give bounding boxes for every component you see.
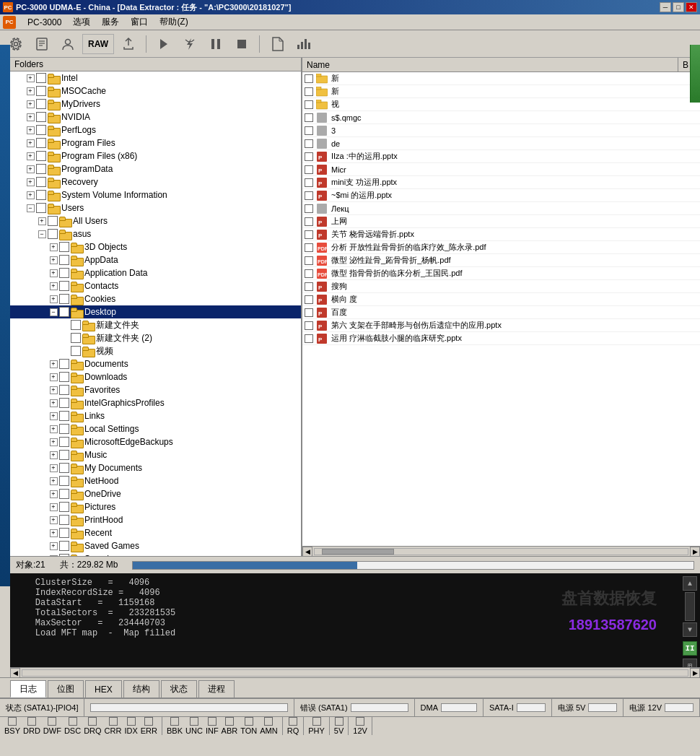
tree-checkbox[interactable] bbox=[36, 86, 46, 96]
tab-进程[interactable]: 进程 bbox=[198, 680, 235, 698]
tree-expander[interactable]: + bbox=[48, 436, 59, 448]
tree-item[interactable]: 视频 bbox=[10, 344, 301, 357]
tree-expander[interactable] bbox=[59, 345, 71, 357]
tree-item[interactable]: 新建文件夹 bbox=[10, 318, 301, 331]
tree-checkbox[interactable] bbox=[36, 164, 46, 174]
tree-item[interactable]: +Contacts bbox=[10, 279, 301, 292]
tree-checkbox[interactable] bbox=[71, 346, 81, 356]
h-scrollbar[interactable]: ◀ ▶ bbox=[302, 546, 700, 556]
file-row[interactable]: P搜狗 bbox=[302, 280, 700, 293]
file-row[interactable]: P横向 度 bbox=[302, 293, 700, 306]
tree-expander[interactable]: + bbox=[48, 553, 59, 556]
file-row[interactable]: 视 bbox=[302, 98, 700, 111]
tree-item[interactable]: +Intel bbox=[10, 71, 301, 84]
tree-expander[interactable]: − bbox=[48, 306, 59, 318]
tree-expander[interactable]: + bbox=[25, 72, 36, 84]
tree-expander[interactable]: + bbox=[48, 241, 59, 253]
tree-expander[interactable]: + bbox=[25, 111, 36, 123]
log-scroll-right[interactable]: ▶ bbox=[690, 668, 700, 678]
chart-button[interactable] bbox=[292, 33, 315, 55]
log-h-scrollbar[interactable]: ◀ ▶ bbox=[10, 667, 700, 677]
tree-expander[interactable]: + bbox=[48, 254, 59, 266]
tree-checkbox[interactable] bbox=[59, 398, 69, 408]
scroll-right-btn[interactable]: ▶ bbox=[690, 547, 700, 557]
file-checkbox[interactable] bbox=[302, 137, 315, 150]
tree-item[interactable]: −Users bbox=[10, 201, 301, 214]
user-button[interactable] bbox=[56, 33, 79, 55]
tree-checkbox[interactable] bbox=[59, 541, 69, 551]
tree-expander[interactable]: + bbox=[25, 124, 36, 136]
file-checkbox[interactable] bbox=[302, 293, 315, 306]
tree-checkbox[interactable] bbox=[48, 216, 58, 226]
doc-button[interactable] bbox=[266, 33, 289, 55]
tree-expander[interactable]: + bbox=[25, 98, 36, 110]
file-checkbox[interactable] bbox=[302, 72, 315, 85]
file-checkbox[interactable] bbox=[302, 163, 315, 176]
tab-日志[interactable]: 日志 bbox=[10, 680, 46, 698]
folder-tree[interactable]: +Intel+MSOCache+MyDrivers+NVIDIA+PerfLog… bbox=[10, 71, 301, 556]
file-checkbox[interactable] bbox=[302, 241, 315, 254]
file-checkbox[interactable] bbox=[302, 332, 315, 345]
export-button[interactable] bbox=[117, 33, 140, 55]
tree-checkbox[interactable] bbox=[59, 307, 69, 317]
tree-checkbox[interactable] bbox=[59, 411, 69, 421]
tree-expander[interactable]: + bbox=[25, 176, 36, 188]
file-row[interactable]: P~$mi 的运用.pptx bbox=[302, 189, 700, 202]
tree-checkbox[interactable] bbox=[59, 294, 69, 304]
file-row[interactable]: PDF分析 开放性趾骨骨折的临床疗效_陈永录.pdf bbox=[302, 241, 700, 254]
tree-checkbox[interactable] bbox=[59, 385, 69, 395]
file-checkbox[interactable] bbox=[302, 176, 315, 189]
tree-checkbox[interactable] bbox=[48, 229, 58, 239]
tree-item[interactable]: −asus bbox=[10, 227, 301, 240]
tree-checkbox[interactable] bbox=[59, 268, 69, 278]
tree-item[interactable]: +My Documents bbox=[10, 461, 301, 474]
tab-HEX[interactable]: HEX bbox=[85, 680, 122, 698]
tree-item[interactable]: +All Users bbox=[10, 214, 301, 227]
tree-checkbox[interactable] bbox=[36, 151, 46, 161]
tree-item[interactable]: +Recent bbox=[10, 526, 301, 539]
tree-expander[interactable]: + bbox=[25, 189, 36, 201]
tree-checkbox[interactable] bbox=[36, 138, 46, 148]
tree-expander[interactable]: + bbox=[48, 501, 59, 513]
tree-checkbox[interactable] bbox=[59, 281, 69, 291]
tree-item[interactable]: +MicrosoftEdgeBackups bbox=[10, 435, 301, 448]
tree-item[interactable]: +NetHood bbox=[10, 474, 301, 487]
file-checkbox[interactable] bbox=[302, 98, 315, 111]
h-scroll-thumb[interactable] bbox=[322, 549, 394, 555]
tree-checkbox[interactable] bbox=[36, 73, 46, 83]
tree-item[interactable]: +System Volume Information bbox=[10, 188, 301, 201]
file-row[interactable]: 新 bbox=[302, 72, 700, 85]
tree-item[interactable]: +Recovery bbox=[10, 175, 301, 188]
file-row[interactable]: Pmini支 功运用.pptx bbox=[302, 176, 700, 189]
play-button[interactable] bbox=[152, 33, 175, 55]
tree-checkbox[interactable] bbox=[59, 489, 69, 499]
flash-button[interactable] bbox=[178, 33, 201, 55]
col-header-name[interactable]: Name bbox=[302, 58, 678, 71]
file-checkbox[interactable] bbox=[302, 111, 315, 124]
tree-expander[interactable]: + bbox=[48, 540, 59, 552]
tree-expander[interactable]: + bbox=[48, 397, 59, 409]
file-row[interactable]: PMicr bbox=[302, 163, 700, 176]
tree-checkbox[interactable] bbox=[59, 424, 69, 434]
tree-checkbox[interactable] bbox=[36, 190, 46, 200]
file-checkbox[interactable] bbox=[302, 319, 315, 332]
tree-expander[interactable]: + bbox=[48, 280, 59, 292]
file-row[interactable]: de bbox=[302, 137, 700, 150]
tree-item[interactable]: +Favorites bbox=[10, 383, 301, 396]
tree-checkbox[interactable] bbox=[36, 99, 46, 109]
file-checkbox[interactable] bbox=[302, 150, 315, 163]
log-extra-btn[interactable]: ⊞ bbox=[683, 659, 697, 667]
tree-checkbox[interactable] bbox=[59, 528, 69, 538]
tree-expander[interactable]: + bbox=[48, 475, 59, 487]
tree-item[interactable]: +PerfLogs bbox=[10, 123, 301, 136]
file-row[interactable]: P百度 bbox=[302, 306, 700, 319]
tree-checkbox[interactable] bbox=[59, 450, 69, 460]
raw-button[interactable]: RAW bbox=[82, 34, 114, 54]
tree-expander[interactable]: − bbox=[36, 228, 48, 240]
tree-item[interactable]: +MyDrivers bbox=[10, 97, 301, 110]
log-scroll-down[interactable]: ▼ bbox=[683, 622, 697, 637]
file-checkbox[interactable] bbox=[302, 85, 315, 98]
menu-help[interactable]: 帮助(Z) bbox=[155, 14, 192, 30]
tree-item[interactable]: +MSOCache bbox=[10, 84, 301, 97]
tree-expander[interactable]: + bbox=[48, 358, 59, 370]
